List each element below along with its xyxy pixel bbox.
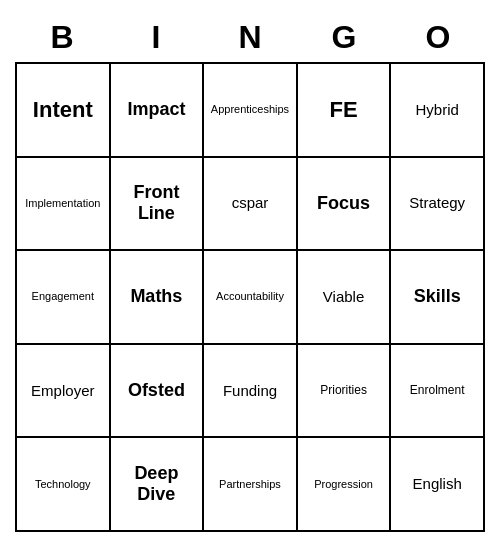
cell-text-4-4: English xyxy=(413,475,462,493)
cell-text-0-2: Apprenticeships xyxy=(211,103,289,116)
bingo-cell-2-0: Engagement xyxy=(17,251,111,345)
bingo-row-4: TechnologyDeepDivePartnershipsProgressio… xyxy=(17,438,485,532)
cell-text-2-3: Viable xyxy=(323,288,364,306)
bingo-cell-1-3: Focus xyxy=(298,158,392,252)
bingo-cell-3-1: Ofsted xyxy=(111,345,205,439)
cell-text-4-2: Partnerships xyxy=(219,478,281,491)
header-letter-G: G xyxy=(297,12,391,62)
header-letter-N: N xyxy=(203,12,297,62)
bingo-cell-1-1: FrontLine xyxy=(111,158,205,252)
bingo-grid: IntentImpactApprenticeshipsFEHybridImple… xyxy=(15,62,485,532)
bingo-row-2: EngagementMathsAccountabilityViableSkill… xyxy=(17,251,485,345)
bingo-row-3: EmployerOfstedFundingPrioritiesEnrolment xyxy=(17,345,485,439)
cell-text-0-1: Impact xyxy=(127,99,185,121)
bingo-cell-1-0: Implementation xyxy=(17,158,111,252)
cell-text-1-0: Implementation xyxy=(25,197,100,210)
cell-text-1-4: Strategy xyxy=(409,194,465,212)
bingo-row-1: ImplementationFrontLinecsparFocusStrateg… xyxy=(17,158,485,252)
bingo-cell-3-0: Employer xyxy=(17,345,111,439)
bingo-cell-0-1: Impact xyxy=(111,64,205,158)
cell-text-1-1: FrontLine xyxy=(133,182,179,225)
bingo-cell-1-2: cspar xyxy=(204,158,298,252)
bingo-cell-2-2: Accountability xyxy=(204,251,298,345)
cell-text-4-3: Progression xyxy=(314,478,373,491)
cell-text-2-2: Accountability xyxy=(216,290,284,303)
header-letter-B: B xyxy=(15,12,109,62)
cell-text-3-3: Priorities xyxy=(320,383,367,397)
bingo-cell-1-4: Strategy xyxy=(391,158,485,252)
bingo-header: BINGO xyxy=(15,12,485,62)
cell-text-3-0: Employer xyxy=(31,382,94,400)
bingo-cell-4-2: Partnerships xyxy=(204,438,298,532)
bingo-cell-0-4: Hybrid xyxy=(391,64,485,158)
cell-text-4-0: Technology xyxy=(35,478,91,491)
bingo-card: BINGO IntentImpactApprenticeshipsFEHybri… xyxy=(15,12,485,532)
bingo-cell-4-3: Progression xyxy=(298,438,392,532)
cell-text-2-1: Maths xyxy=(130,286,182,308)
cell-text-0-3: FE xyxy=(330,97,358,123)
bingo-cell-0-2: Apprenticeships xyxy=(204,64,298,158)
cell-text-3-2: Funding xyxy=(223,382,277,400)
cell-text-1-3: Focus xyxy=(317,193,370,215)
bingo-cell-3-4: Enrolment xyxy=(391,345,485,439)
bingo-cell-0-3: FE xyxy=(298,64,392,158)
cell-text-1-2: cspar xyxy=(232,194,269,212)
cell-text-3-1: Ofsted xyxy=(128,380,185,402)
header-letter-O: O xyxy=(391,12,485,62)
bingo-cell-4-4: English xyxy=(391,438,485,532)
bingo-cell-2-4: Skills xyxy=(391,251,485,345)
cell-text-2-4: Skills xyxy=(414,286,461,308)
bingo-row-0: IntentImpactApprenticeshipsFEHybrid xyxy=(17,64,485,158)
bingo-cell-3-3: Priorities xyxy=(298,345,392,439)
bingo-cell-0-0: Intent xyxy=(17,64,111,158)
bingo-cell-4-1: DeepDive xyxy=(111,438,205,532)
bingo-cell-2-1: Maths xyxy=(111,251,205,345)
bingo-cell-2-3: Viable xyxy=(298,251,392,345)
bingo-cell-3-2: Funding xyxy=(204,345,298,439)
cell-text-3-4: Enrolment xyxy=(410,383,465,397)
cell-text-0-4: Hybrid xyxy=(415,101,458,119)
bingo-cell-4-0: Technology xyxy=(17,438,111,532)
cell-text-4-1: DeepDive xyxy=(134,463,178,506)
cell-text-0-0: Intent xyxy=(33,97,93,123)
header-letter-I: I xyxy=(109,12,203,62)
cell-text-2-0: Engagement xyxy=(32,290,94,303)
